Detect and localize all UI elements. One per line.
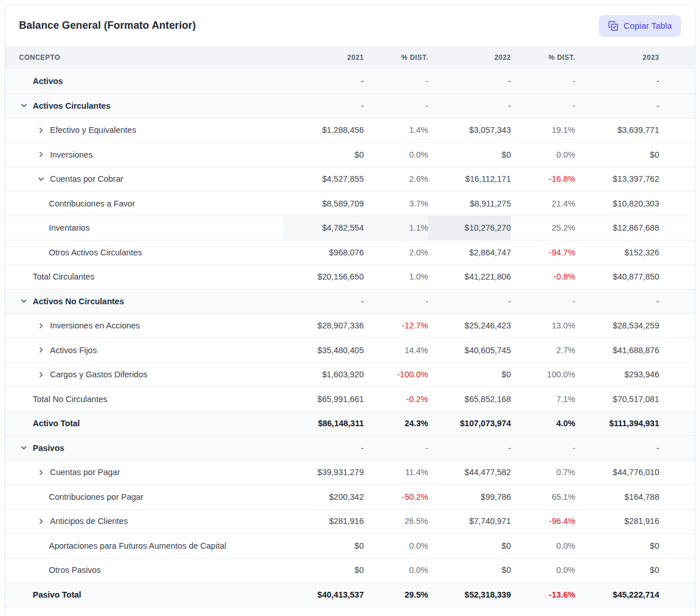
value-cell: - <box>511 69 575 94</box>
table-header: CONCEPTO 2021 % DIST. 2022 % DIST. 2023 <box>5 46 695 69</box>
value-cell: $10,820,303 <box>575 192 695 216</box>
value-cell: $200,342 <box>283 485 364 510</box>
value-cell: $152,326 <box>575 240 695 265</box>
table-row: Pasivo Total $40,413,537 29.5% $52,318,3… <box>5 583 695 607</box>
value-cell: $4,782,554 <box>283 216 364 240</box>
chevron-down-icon[interactable] <box>19 443 28 453</box>
concept-cell: Anticipos de Clientes <box>5 509 283 534</box>
value-cell: $0 <box>428 558 511 583</box>
value-cell: $70,517,081 <box>575 387 695 412</box>
value-cell: $40,413,537 <box>283 583 364 607</box>
value-cell: $52,318,339 <box>428 583 511 607</box>
chevron-right-icon[interactable] <box>36 468 45 477</box>
copy-table-label: Copiar Tabla <box>624 21 672 30</box>
value-cell: $41,221,806 <box>428 265 511 289</box>
value-cell: -12.7% <box>364 313 428 338</box>
value-cell: 0.0% <box>364 534 428 558</box>
table-row: Activos Circulantes - - - - - <box>5 94 695 118</box>
value-cell: 0.0% <box>511 143 575 167</box>
chevron-right-icon[interactable] <box>36 346 45 355</box>
value-cell: $20,156,650 <box>283 265 364 289</box>
row-label: Cuentas por Pagar <box>50 468 120 477</box>
value-cell: $65,991,661 <box>283 387 364 412</box>
row-label: Contribuciones por Pagar <box>49 492 143 502</box>
value-cell: - <box>283 94 364 118</box>
row-label: Total Circulantes <box>33 272 94 281</box>
value-cell: $44,477,582 <box>428 460 511 485</box>
concept-cell: Efectivo y Equivalentes <box>5 118 283 143</box>
value-cell: $0 <box>428 362 511 387</box>
concept-cell: Inventarios <box>5 216 283 240</box>
concept-cell: Aportaciones para Futuros Aumentos de Ca… <box>5 534 283 558</box>
value-cell: $39,931,279 <box>283 460 364 485</box>
value-cell: 29.5% <box>364 583 428 607</box>
chevron-right-icon[interactable] <box>36 150 45 159</box>
chevron-right-icon[interactable] <box>36 516 45 526</box>
value-cell: 3.7% <box>364 192 428 216</box>
value-cell: $65,852,168 <box>428 387 511 412</box>
row-label: Activos Circulantes <box>33 101 110 110</box>
value-cell: 2.0% <box>364 240 428 265</box>
value-cell: 21.4% <box>511 192 575 216</box>
concept-cell: Total No Circulantes <box>5 387 283 412</box>
value-cell: $40,877,850 <box>575 265 695 289</box>
table-row: Otros Pasivos $0 0.0% $0 0.0% $0 <box>5 558 695 583</box>
row-label: Aportaciones para Futuros Aumentos de Ca… <box>49 541 226 550</box>
table-row: Otros Activos Circulantes $968,076 2.0% … <box>5 240 695 265</box>
value-cell: -100.0% <box>364 362 428 387</box>
value-cell: - <box>364 94 428 118</box>
chevron-down-icon[interactable] <box>36 174 45 183</box>
row-label: Inventarios <box>49 223 90 232</box>
table-row: Efectivo y Equivalentes $1,288,456 1.4% … <box>5 118 695 143</box>
table-row: Inversiones $0 0.0% $0 0.0% $0 <box>5 143 695 167</box>
value-cell: $28,534,259 <box>575 313 695 338</box>
value-cell: $41,688,876 <box>575 338 695 363</box>
copy-table-button[interactable]: Copiar Tabla <box>599 15 681 37</box>
value-cell: $12,867,688 <box>575 216 695 240</box>
value-cell: 26.5% <box>364 509 428 534</box>
value-cell: $0 <box>283 534 364 558</box>
value-cell: $968,076 <box>283 240 364 265</box>
chevron-right-icon[interactable] <box>36 125 45 135</box>
row-label: Inversiones en Acciones <box>50 321 140 330</box>
value-cell: $164,788 <box>575 485 695 510</box>
value-cell: - <box>283 289 364 314</box>
value-cell: $0 <box>283 143 364 167</box>
chevron-down-icon[interactable] <box>19 297 28 306</box>
value-cell: - <box>511 436 575 461</box>
value-cell: $0 <box>428 534 511 558</box>
value-cell: - <box>428 94 511 118</box>
concept-cell: Pasivo Total <box>5 583 283 607</box>
chevron-right-icon[interactable] <box>36 370 45 379</box>
value-cell: -16.8% <box>511 167 575 192</box>
value-cell: 1.0% <box>364 265 428 289</box>
value-cell: 24.3% <box>364 411 428 436</box>
column-header-concepto: CONCEPTO <box>5 46 283 69</box>
chevron-down-icon[interactable] <box>19 101 28 110</box>
value-cell: $1,288,456 <box>283 118 364 143</box>
concept-cell: Otros Pasivos <box>5 558 283 583</box>
value-cell: $281,916 <box>283 509 364 534</box>
concept-cell: Activo Total <box>5 411 283 436</box>
column-header-2021: 2021 <box>283 46 364 69</box>
value-cell: -50.2% <box>364 485 428 510</box>
value-cell: $7,740,971 <box>428 509 511 534</box>
value-cell: $86,148,311 <box>283 411 364 436</box>
value-cell: $8,911,275 <box>428 192 511 216</box>
balance-card: Balance General (Formato Anterior) Copia… <box>5 5 695 616</box>
value-cell: - <box>511 289 575 314</box>
value-cell: 7.1% <box>511 387 575 412</box>
table-row: Activos Fijos $35,480,405 14.4% $40,605,… <box>5 338 695 363</box>
value-cell: -96.4% <box>511 509 575 534</box>
copy-check-icon <box>608 21 618 31</box>
column-header-dist-2021: % DIST. <box>364 46 428 69</box>
column-header-2022: 2022 <box>428 46 511 69</box>
value-cell: -94.7% <box>511 240 575 265</box>
chevron-right-icon[interactable] <box>36 321 45 330</box>
table-row: Contribuciones a Favor $8,589,709 3.7% $… <box>5 192 695 216</box>
value-cell: -13.6% <box>511 583 575 607</box>
table-row: Cuentas por Cobrar $4,527,855 2.6% $16,1… <box>5 167 695 192</box>
balance-table: CONCEPTO 2021 % DIST. 2022 % DIST. 2023 … <box>5 46 695 607</box>
value-cell: 4.0% <box>511 411 575 436</box>
value-cell: $0 <box>428 143 511 167</box>
